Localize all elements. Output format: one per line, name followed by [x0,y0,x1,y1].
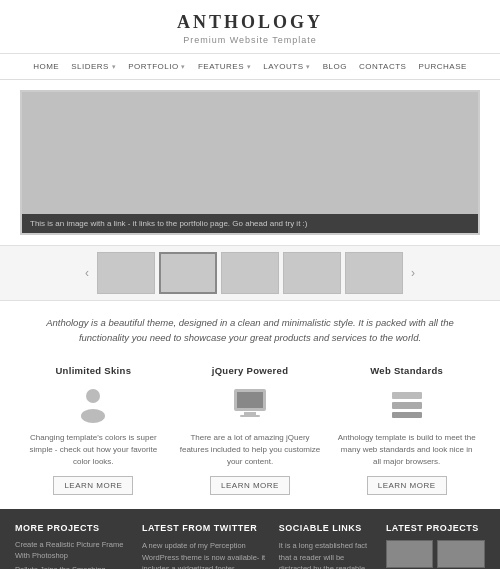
site-subtitle: Premium Website Template [0,35,500,45]
footer-social: SOCIABLE LINKS It is a long established … [279,523,378,569]
main-nav: HOME SLIDERS ▾ PORTFOLIO ▾ FEATURES ▾ LA… [0,54,500,80]
nav-home[interactable]: HOME [28,60,64,73]
latest-proj-thumb-1[interactable] [386,540,434,568]
footer-link-1[interactable]: Create a Realistic Picture Frame With Ph… [15,540,134,561]
feature-title-2: jQuery Powered [180,365,321,376]
site-footer: MORE PROJECTS Create a Realistic Picture… [0,509,500,569]
arrow-icon: ▾ [181,63,186,70]
arrow-icon: ▾ [112,63,117,70]
footer-col-title-4: LATEST PROJECTS [386,523,485,533]
hero-caption: This is an image with a link - it links … [22,214,478,233]
intro-section: Anthology is a beautiful theme, designed… [0,301,500,355]
site-header: antholoGY Premium Website Template [0,0,500,54]
hero-image-bg [22,92,478,233]
svg-rect-4 [244,412,256,415]
nav-blog[interactable]: BLOG [318,60,352,73]
footer-col-title-2: LATEST FROM TWITTER [142,523,271,533]
svg-point-0 [86,389,100,403]
feature-desc-1: Changing template's colors is super simp… [23,432,164,468]
monitor-icon [228,382,272,426]
feature-web-standards: Web Standards Anthology template is buil… [328,365,485,495]
thumbnail-2[interactable] [159,252,217,294]
intro-text: Anthology is a beautiful theme, designed… [30,315,470,345]
footer-latest-projects: LATEST PROJECTS [386,523,485,569]
arrow-icon: ▾ [306,63,311,70]
footer-social-text: It is a long established fact that a rea… [279,540,378,569]
latest-projects-grid [386,540,485,569]
feature-title-3: Web Standards [336,365,477,376]
nav-purchase[interactable]: PURCHASE [413,60,471,73]
nav-sliders[interactable]: SLIDERS ▾ [66,60,121,73]
svg-rect-5 [240,415,260,417]
site-title: antholoGY [0,12,500,33]
learn-more-button-2[interactable]: LEARN MORE [210,476,290,495]
svg-point-1 [81,409,105,423]
nav-layouts[interactable]: LAYOUTS ▾ [258,60,315,73]
thumbnail-4[interactable] [283,252,341,294]
svg-rect-8 [392,412,422,418]
latest-proj-thumb-2[interactable] [437,540,485,568]
learn-more-button-1[interactable]: LEARN MORE [53,476,133,495]
footer-col-title-1: MORE PROJECTS [15,523,134,533]
nav-portfolio[interactable]: PORTFOLIO ▾ [123,60,191,73]
svg-rect-3 [237,392,263,408]
thumbnail-3[interactable] [221,252,279,294]
footer-twitter: LATEST FROM TWITTER A new update of my P… [142,523,271,569]
nav-contacts[interactable]: CONTACTS [354,60,411,73]
footer-col-title-3: SOCIABLE LINKS [279,523,378,533]
nav-features[interactable]: FEATURES ▾ [193,60,256,73]
feature-desc-3: Anthology template is build to meet the … [336,432,477,468]
prev-arrow[interactable]: ‹ [81,266,93,280]
learn-more-button-3[interactable]: LEARN MORE [367,476,447,495]
feature-desc-2: There are a lot of amazing jQuery featur… [180,432,321,468]
footer-more-projects: MORE PROJECTS Create a Realistic Picture… [15,523,134,569]
feature-title-1: Unlimited Skins [23,365,164,376]
next-arrow[interactable]: › [407,266,419,280]
svg-rect-7 [392,402,422,409]
hero-image[interactable]: This is an image with a link - it links … [20,90,480,235]
hero-section: This is an image with a link - it links … [0,80,500,245]
arrow-icon: ▾ [247,63,252,70]
footer-link-2[interactable]: Pollute Joins the Smashing Network [15,565,134,569]
footer-tweet-1: A new update of my Perception WordPress … [142,540,271,569]
footer-grid: MORE PROJECTS Create a Realistic Picture… [15,523,485,569]
feature-unlimited-skins: Unlimited Skins Changing template's colo… [15,365,172,495]
feature-jquery: jQuery Powered There are a lot of amazin… [172,365,329,495]
thumbnail-5[interactable] [345,252,403,294]
stack-icon [385,382,429,426]
features-section: Unlimited Skins Changing template's colo… [0,355,500,509]
thumbnail-strip: ‹ › [0,245,500,301]
person-icon [71,382,115,426]
svg-rect-6 [392,392,422,399]
thumbnail-1[interactable] [97,252,155,294]
